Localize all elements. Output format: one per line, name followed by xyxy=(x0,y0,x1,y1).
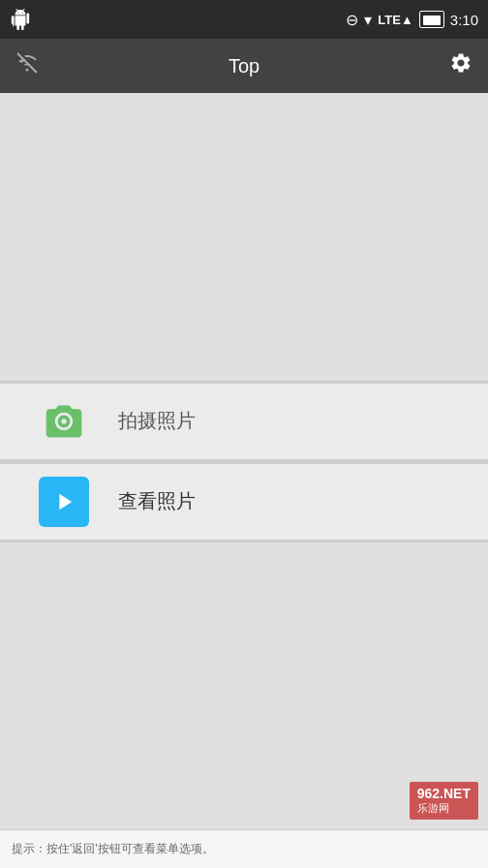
watermark-sub: 乐游网 xyxy=(417,801,471,816)
svg-point-1 xyxy=(26,69,29,72)
top-bar-left xyxy=(15,51,39,80)
main-content: 拍摄照片 查看照片 962.NET 乐游网 xyxy=(0,93,488,829)
camera-icon xyxy=(39,396,89,447)
watermark-site: 962.NET xyxy=(417,786,471,801)
battery-icon xyxy=(419,11,444,28)
android-icon xyxy=(10,9,31,30)
view-photos-item[interactable]: 查看照片 xyxy=(0,463,488,541)
lte-icon: LTE▲ xyxy=(378,13,412,27)
status-right: ⊖ ▾ LTE▲ 3:10 xyxy=(346,11,478,29)
capture-photo-item[interactable]: 拍摄照片 xyxy=(0,383,488,460)
time-display: 3:10 xyxy=(450,12,478,28)
wifi-off-icon xyxy=(15,51,39,80)
watermark: 962.NET 乐游网 xyxy=(410,782,478,820)
top-bar: Top xyxy=(0,39,488,93)
status-bar: ⊖ ▾ LTE▲ 3:10 xyxy=(0,0,488,39)
hint-text: 提示：按住'返回'按钮可查看菜单选项。 xyxy=(12,841,214,857)
settings-icon[interactable] xyxy=(449,51,473,80)
top-bar-title: Top xyxy=(39,55,449,78)
status-left xyxy=(10,9,31,30)
play-icon xyxy=(39,477,89,527)
signal-icon: ▾ xyxy=(364,11,372,29)
upper-area xyxy=(0,93,488,381)
view-photos-label: 查看照片 xyxy=(118,488,196,514)
bottom-hint-bar: 提示：按住'返回'按钮可查看菜单选项。 xyxy=(0,829,488,868)
capture-photo-label: 拍摄照片 xyxy=(118,408,196,434)
dnd-icon: ⊖ xyxy=(346,11,358,29)
lower-area: 962.NET 乐游网 xyxy=(0,542,488,830)
